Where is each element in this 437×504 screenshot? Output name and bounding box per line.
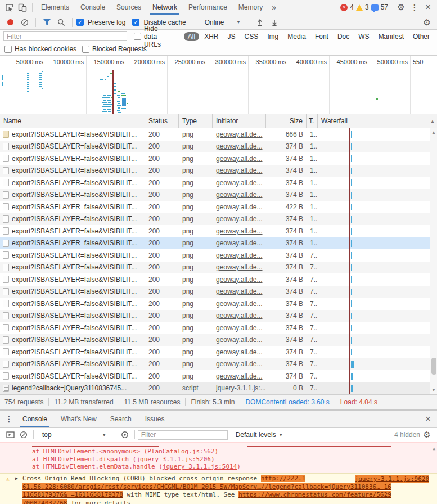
messages-count[interactable]: 57 bbox=[381, 3, 388, 11]
column-header-initiator[interactable]: Initiator bbox=[213, 114, 266, 128]
table-row[interactable]: export?ISBASELAYER=false&VISIBILIT...200… bbox=[0, 189, 437, 201]
table-row[interactable]: export?ISBASELAYER=false&VISIBILIT...200… bbox=[0, 334, 437, 346]
table-row[interactable]: export?ISBASELAYER=false&VISIBILIT...200… bbox=[0, 322, 437, 334]
network-settings-gear-icon[interactable]: ⚙ bbox=[420, 16, 434, 29]
type-filter-xhr[interactable]: XHR bbox=[200, 32, 222, 41]
initiator-link[interactable]: geoway.all.de... bbox=[216, 300, 263, 308]
close-drawer-icon[interactable]: × bbox=[421, 413, 435, 425]
initiator-link[interactable]: geoway.all.de... bbox=[216, 155, 263, 163]
expand-arrow-icon[interactable]: ▶ bbox=[15, 476, 18, 481]
table-row[interactable]: export?ISBASELAYER=false&VISIBILIT...200… bbox=[0, 213, 437, 226]
drawer-tab-what-s-new[interactable]: What's New bbox=[54, 411, 103, 428]
initiator-link[interactable]: geoway.all.de... bbox=[216, 348, 263, 356]
warning-source-link[interactable]: jquery-3.1.1.js:9620 bbox=[355, 475, 429, 483]
table-row[interactable]: export?ISBASELAYER=false&VISIBILIT...200… bbox=[0, 225, 437, 237]
initiator-link[interactable]: jquery-3.1.1.js:... bbox=[216, 384, 266, 392]
type-filter-doc[interactable]: Doc bbox=[334, 32, 353, 41]
warning-count[interactable]: 3 bbox=[365, 3, 369, 11]
table-row[interactable]: export?ISBASELAYER=false&VISIBILIT...200… bbox=[0, 165, 437, 177]
export-har-icon[interactable] bbox=[268, 16, 281, 29]
table-row[interactable]: export?ISBASELAYER=false&VISIBILIT...200… bbox=[0, 370, 437, 382]
highlighted-link-text[interactable]: 61.56.228:6080/arcgis/rest/services/CHCG… bbox=[22, 483, 391, 490]
initiator-link[interactable]: geoway.all.de... bbox=[216, 276, 263, 284]
table-row[interactable]: export?ISBASELAYER=false&VISIBILIT...200… bbox=[0, 310, 437, 322]
kebab-menu-icon[interactable]: ⋮ bbox=[408, 1, 421, 14]
drawer-tab-search[interactable]: Search bbox=[103, 411, 138, 428]
initiator-link[interactable]: geoway.all.de... bbox=[216, 372, 263, 380]
type-filter-font[interactable]: Font bbox=[311, 32, 332, 41]
tab-network[interactable]: Network bbox=[147, 0, 183, 15]
scroll-down-icon[interactable]: ▼ bbox=[430, 388, 437, 393]
disable-cache-checkbox[interactable]: ✓ bbox=[132, 19, 139, 26]
initiator-link[interactable]: geoway.all.de... bbox=[216, 360, 263, 368]
execution-context-selector[interactable]: top ▼ bbox=[37, 431, 112, 439]
type-filter-img[interactable]: Img bbox=[263, 32, 282, 41]
table-row[interactable]: legend?callback=jQuery3110836745...200sc… bbox=[0, 382, 437, 395]
initiator-link[interactable]: geoway.all.de... bbox=[216, 191, 263, 199]
console-settings-gear-icon[interactable]: ⚙ bbox=[420, 429, 434, 441]
drawer-tab-console[interactable]: Console bbox=[16, 411, 54, 428]
scrollbar-thumb[interactable] bbox=[431, 358, 436, 375]
type-filter-js[interactable]: JS bbox=[224, 32, 240, 41]
initiator-link[interactable]: geoway.all.de... bbox=[216, 179, 263, 187]
close-devtools-icon[interactable]: × bbox=[421, 1, 435, 14]
highlighted-link-text[interactable]: 11658179376&_=1611658179378 bbox=[22, 491, 123, 498]
initiator-link[interactable]: geoway.all.de... bbox=[216, 324, 263, 332]
table-row[interactable]: export?ISBASELAYER=false&VISIBILIT...200… bbox=[0, 141, 437, 153]
has-blocked-cookies-checkbox[interactable] bbox=[4, 46, 12, 53]
type-filter-ws[interactable]: WS bbox=[354, 32, 373, 41]
console-scroll-up-icon[interactable]: ▲ bbox=[433, 446, 435, 451]
table-row[interactable]: export?ISBASELAYER=false&VISIBILIT...200… bbox=[0, 249, 437, 262]
table-scrollbar[interactable]: ▲▼ bbox=[430, 128, 437, 394]
initiator-link[interactable]: geoway.all.de... bbox=[216, 166, 263, 174]
highlighted-link-text[interactable]: https://www.chromestatus.com/feature/562… bbox=[238, 491, 391, 498]
warning-badge-icon[interactable] bbox=[356, 4, 363, 11]
initiator-link[interactable]: geoway.all.de... bbox=[216, 215, 263, 223]
clear-console-icon[interactable] bbox=[17, 429, 30, 441]
live-expression-eye-icon[interactable] bbox=[118, 429, 132, 441]
blocked-requests-checkbox[interactable] bbox=[82, 46, 89, 53]
initiator-link[interactable]: geoway.all.de... bbox=[216, 142, 263, 150]
highlighted-link-text[interactable]: 700824032768 bbox=[22, 500, 67, 504]
initiator-link[interactable]: geoway.all.de... bbox=[216, 263, 263, 271]
initiator-link[interactable]: geoway.all.de... bbox=[216, 227, 263, 235]
record-network-log-button[interactable] bbox=[3, 16, 17, 29]
initiator-link[interactable]: geoway.all.de... bbox=[216, 203, 263, 211]
source-location-link[interactable]: PlanCatalog.js:562 bbox=[147, 448, 214, 455]
initiator-link[interactable]: geoway.all.de... bbox=[216, 130, 263, 138]
initiator-link[interactable]: geoway.all.de... bbox=[216, 287, 263, 295]
type-filter-media[interactable]: Media bbox=[283, 32, 310, 41]
type-filter-manifest[interactable]: Manifest bbox=[375, 32, 408, 41]
filter-icon[interactable] bbox=[40, 16, 53, 29]
error-count[interactable]: 4 bbox=[350, 3, 354, 11]
initiator-link[interactable]: geoway.all.de... bbox=[216, 239, 263, 247]
preserve-log-checkbox[interactable]: ✓ bbox=[76, 19, 84, 26]
network-filter-input[interactable] bbox=[3, 32, 127, 41]
initiator-link[interactable]: geoway.all.de... bbox=[216, 312, 263, 320]
highlighted-link-text[interactable]: http://222.1 bbox=[261, 475, 305, 482]
log-levels-dropdown[interactable]: Default levels ▼ bbox=[236, 431, 283, 439]
table-row[interactable]: export?ISBASELAYER=false&VISIBILIT...200… bbox=[0, 128, 437, 141]
table-row[interactable]: export?ISBASELAYER=false&VISIBILIT...200… bbox=[0, 286, 437, 298]
tab-sources[interactable]: Sources bbox=[111, 0, 147, 15]
column-header-name[interactable]: Name bbox=[0, 114, 145, 128]
hide-data-urls-checkbox[interactable] bbox=[134, 33, 141, 40]
column-header-status[interactable]: Status bbox=[145, 114, 179, 128]
column-header-size[interactable]: Size bbox=[266, 114, 307, 128]
table-row[interactable]: export?ISBASELAYER=false&VISIBILIT...200… bbox=[0, 298, 437, 310]
tab-performance[interactable]: Performance bbox=[183, 0, 233, 15]
settings-gear-icon[interactable]: ⚙ bbox=[394, 1, 408, 14]
drawer-tab-issues[interactable]: Issues bbox=[138, 411, 172, 428]
scroll-up-icon[interactable]: ▲ bbox=[430, 130, 437, 135]
console-filter-input[interactable] bbox=[138, 430, 228, 440]
error-badge-icon[interactable]: × bbox=[340, 4, 348, 11]
tab-memory[interactable]: Memory bbox=[233, 0, 268, 15]
throttling-dropdown[interactable]: Online ▼ bbox=[200, 19, 245, 26]
type-filter-all[interactable]: All bbox=[184, 32, 199, 41]
table-row[interactable]: export?ISBASELAYER=false&VISIBILIT...200… bbox=[0, 201, 437, 213]
console-sidebar-icon[interactable] bbox=[3, 429, 17, 441]
table-row[interactable]: export?ISBASELAYER=false&VISIBILIT...200… bbox=[0, 237, 437, 250]
device-toolbar-icon[interactable] bbox=[16, 1, 29, 14]
column-header-waterfall[interactable]: Waterfall ▲ bbox=[318, 114, 437, 128]
table-row[interactable]: export?ISBASELAYER=false&VISIBILIT...200… bbox=[0, 262, 437, 274]
